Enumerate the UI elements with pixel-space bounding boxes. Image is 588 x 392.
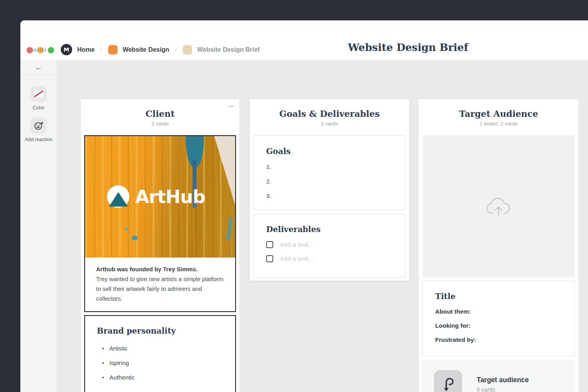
task-checkbox[interactable] <box>266 255 273 262</box>
board-item-count: 0 cards <box>477 387 529 392</box>
numbered-list: 1. 2. 3. <box>266 163 393 200</box>
list-item[interactable]: 2. <box>266 178 393 185</box>
column-title[interactable]: Target Audience <box>419 109 579 119</box>
breadcrumb-website-design-brief[interactable]: Website Design Brief <box>197 46 260 53</box>
zoom-window-button[interactable] <box>48 47 54 53</box>
app-window: Home / Website Design / Website Design B… <box>20 20 588 392</box>
back-button[interactable]: ← <box>20 61 57 75</box>
sub-board-icon <box>434 370 462 392</box>
brand-bullet-list: • Artistic • Ispiring • Authentic <box>97 345 223 381</box>
card-heading: Deliverables <box>266 225 393 234</box>
column-client-header: Client 2 cards <box>81 99 240 135</box>
back-arrow-icon: ← <box>35 64 42 72</box>
board-icon-website-design-brief[interactable] <box>183 45 192 54</box>
persona-field: Frustrated by: <box>435 336 562 343</box>
board-item-title: Target audience <box>477 376 529 384</box>
task-row: Add a task... <box>266 241 393 248</box>
milanote-logo-icon[interactable] <box>61 44 72 55</box>
color-tool: Color <box>20 86 57 111</box>
add-reaction-label: Add reaction <box>25 137 52 142</box>
save-status: Saved <box>29 46 46 53</box>
page-title: Website Design Brief <box>348 42 468 53</box>
teal-paint-dot <box>132 236 138 240</box>
board-icon-website-design[interactable] <box>108 45 118 54</box>
list-item: • Authentic <box>97 374 223 381</box>
breadcrumb-separator: / <box>100 46 103 53</box>
task-input-placeholder[interactable]: Add a task... <box>280 255 314 262</box>
column-client: Client 2 cards <box>81 99 240 392</box>
brand-personality-card[interactable]: Brand personality • Artistic • Ispiring … <box>84 315 236 392</box>
breadcrumb-home[interactable]: Home <box>77 46 94 53</box>
column-target-audience: Target Audience 1 board, 2 cards Title A… <box>419 99 579 392</box>
column-title[interactable]: Client <box>81 109 240 119</box>
column-goals-header: Goals & Deliverables 2 cards <box>250 99 409 135</box>
header: Home / Website Design / Website Design B… <box>20 20 588 61</box>
arthub-logo: ArtHub <box>107 185 205 208</box>
target-audience-board-item[interactable]: Target audience 0 cards <box>423 361 575 392</box>
deliverables-card[interactable]: Deliverables Add a task... Add a task... <box>254 214 405 278</box>
column-audience-header: Target Audience 1 board, 2 cards <box>419 99 579 135</box>
persona-card[interactable]: Title About them: Looking for: Frustrate… <box>423 281 575 356</box>
board-canvas[interactable]: Client 2 cards <box>57 61 588 392</box>
arthub-mountain-icon <box>107 185 129 208</box>
bullet-icon: • <box>97 345 109 352</box>
client-note-text[interactable]: Arthub was founded by Trey Simms. Trey w… <box>85 258 235 311</box>
list-item: • Artistic <box>97 345 223 352</box>
task-checkbox[interactable] <box>266 241 273 248</box>
card-heading: Brand personality <box>97 326 223 336</box>
task-input-placeholder[interactable]: Add a task... <box>280 241 314 248</box>
list-item[interactable]: 1. <box>266 163 393 171</box>
breadcrumb-website-design[interactable]: Website Design <box>123 46 169 53</box>
bullet-icon: • <box>97 360 109 366</box>
note-heading: Arthub was founded by Trey Simms. <box>96 264 224 274</box>
column-title[interactable]: Goals & Deliverables <box>250 109 409 119</box>
collapse-column-icon[interactable] <box>228 106 234 107</box>
image-upload-placeholder[interactable] <box>423 135 575 278</box>
column-goals-deliverables: Goals & Deliverables 2 cards Goals 1. 2.… <box>250 99 409 281</box>
list-item[interactable]: 3. <box>266 192 393 200</box>
breadcrumb: Home / Website Design / Website Design B… <box>61 44 260 55</box>
note-body: Trey wanted to give new artists a simple… <box>96 274 224 303</box>
persona-field: About them: <box>435 308 562 315</box>
column-card-count: 2 cards <box>250 121 409 127</box>
list-item: • Ispiring <box>97 359 223 367</box>
board-item-text: Target audience 0 cards <box>477 376 529 392</box>
reaction-tool: Add reaction <box>20 118 57 142</box>
task-row: Add a task... <box>266 255 393 262</box>
card-heading: Title <box>435 292 562 301</box>
cloud-upload-icon <box>485 195 512 218</box>
color-label: Color <box>33 105 45 111</box>
arthub-wordmark: ArtHub <box>135 186 205 207</box>
add-reaction-button[interactable] <box>31 118 47 134</box>
color-button[interactable] <box>31 86 47 102</box>
column-card-count: 2 cards <box>81 121 240 127</box>
goals-card[interactable]: Goals 1. 2. 3. <box>254 135 405 210</box>
smiley-plus-icon <box>34 121 44 131</box>
arthub-brand-image: ArtHub <box>85 136 235 258</box>
bullet-icon: • <box>97 374 109 381</box>
toolbar-sidebar: ← Color <box>20 61 57 392</box>
no-color-icon <box>33 90 44 98</box>
column-card-count: 1 board, 2 cards <box>419 121 579 127</box>
breadcrumb-separator: / <box>174 46 177 53</box>
card-heading: Goals <box>266 147 393 156</box>
client-image-card[interactable]: ArtHub Arthub was founded by Trey Simms.… <box>84 135 236 312</box>
persona-field: Looking for: <box>435 322 562 329</box>
